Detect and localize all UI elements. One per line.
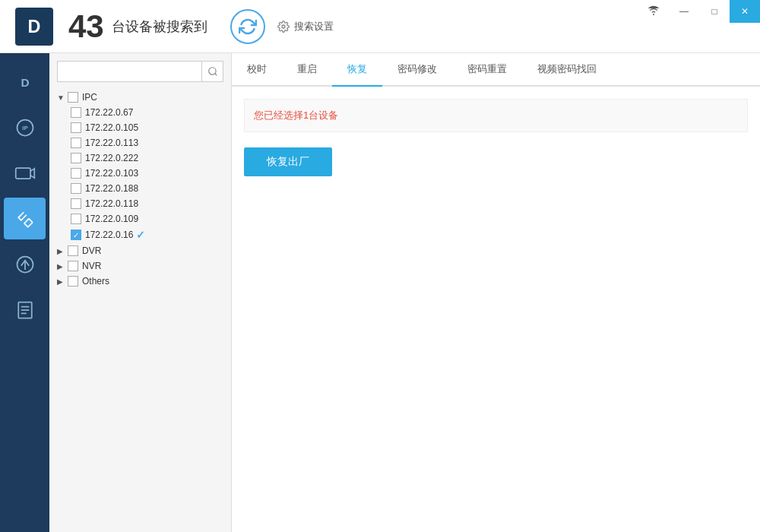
tree-node-ip1[interactable]: 172.22.0.67 xyxy=(57,105,223,120)
svg-line-8 xyxy=(18,214,21,217)
svg-rect-6 xyxy=(15,168,30,179)
close-button[interactable]: ✕ xyxy=(730,0,760,23)
checkbox-ip3[interactable] xyxy=(71,138,81,148)
checkbox-ip8[interactable] xyxy=(71,214,81,224)
tree-label-ip3: 172.22.0.113 xyxy=(85,138,138,148)
device-panel: ▼ IPC 172.22.0.67 172.22.0.105 172.22.0.… xyxy=(49,53,232,532)
tree-label-nvr: NVR xyxy=(82,261,101,271)
search-icon-button[interactable] xyxy=(201,61,223,82)
svg-point-1 xyxy=(282,25,285,28)
title-text: 台设备被搜索到 xyxy=(112,17,207,36)
tree-node-ip8[interactable]: 172.22.0.109 xyxy=(57,211,223,226)
sidebar-item-ip[interactable]: IP xyxy=(4,106,46,148)
tree-label-others: Others xyxy=(82,276,109,287)
tree-label-ip1: 172.22.0.67 xyxy=(85,107,133,118)
tabs-bar: 校时 重启 恢复 密码修改 密码重置 视频密码找回 xyxy=(232,53,760,87)
tree-node-ip9[interactable]: ✓ 172.22.0.16 ✓ xyxy=(57,226,223,243)
tree-label-ipc: IPC xyxy=(82,92,97,103)
sidebar-item-docs[interactable] xyxy=(4,289,46,331)
tree-label-ip7: 172.22.0.118 xyxy=(85,198,138,209)
tree-node-ip2[interactable]: 172.22.0.105 xyxy=(57,120,223,135)
checkbox-nvr[interactable] xyxy=(68,261,78,271)
tree-node-ip6[interactable]: 172.22.0.188 xyxy=(57,181,223,196)
selected-info: 您已经选择1台设备 xyxy=(244,99,748,132)
device-tree: ▼ IPC 172.22.0.67 172.22.0.105 172.22.0.… xyxy=(57,90,223,524)
svg-text:D: D xyxy=(28,16,41,36)
checkbox-ip7[interactable] xyxy=(71,198,81,209)
checkbox-ip4[interactable] xyxy=(71,153,81,163)
svg-rect-7 xyxy=(24,218,32,226)
tab-reboot[interactable]: 重启 xyxy=(282,53,332,85)
tree-label-ip5: 172.22.0.103 xyxy=(85,168,138,179)
tree-node-others[interactable]: ▶ Others xyxy=(57,274,223,289)
check-mark-icon: ✓ xyxy=(136,229,145,241)
tab-video-pw[interactable]: 视频密码找回 xyxy=(522,53,612,85)
arrow-nvr-icon: ▶ xyxy=(57,262,68,271)
tree-node-ip7[interactable]: 172.22.0.118 xyxy=(57,196,223,211)
search-settings-label: 搜索设置 xyxy=(294,20,334,33)
svg-point-2 xyxy=(653,14,654,15)
svg-line-16 xyxy=(214,74,217,76)
tree-label-ip6: 172.22.0.188 xyxy=(85,183,138,194)
search-input[interactable] xyxy=(58,66,201,77)
device-count: 43 xyxy=(68,8,104,45)
checkbox-ip5[interactable] xyxy=(71,168,81,179)
refresh-button[interactable] xyxy=(230,9,265,44)
tab-reset-pw[interactable]: 密码重置 xyxy=(452,53,522,85)
sidebar-item-tools[interactable] xyxy=(4,198,46,239)
search-box xyxy=(57,61,223,82)
checkbox-others[interactable] xyxy=(68,276,78,287)
content-panel: 校时 重启 恢复 密码修改 密码重置 视频密码找回 您已经选择1台设备 恢复出厂 xyxy=(232,53,760,532)
minimize-button[interactable]: — xyxy=(669,0,699,23)
tree-node-ip3[interactable]: 172.22.0.113 xyxy=(57,135,223,150)
tab-restore[interactable]: 恢复 xyxy=(332,53,382,85)
tree-label-ip2: 172.22.0.105 xyxy=(85,122,138,133)
tree-node-dvr[interactable]: ▶ DVR xyxy=(57,243,223,258)
tree-node-nvr[interactable]: ▶ NVR xyxy=(57,258,223,274)
app-logo: D xyxy=(15,8,53,46)
arrow-icon: ▼ xyxy=(57,93,68,102)
tree-label-ip8: 172.22.0.109 xyxy=(85,214,138,224)
svg-text:IP: IP xyxy=(22,125,27,131)
content-area: 您已经选择1台设备 恢复出厂 xyxy=(232,87,760,532)
checkbox-ip9[interactable]: ✓ xyxy=(71,230,81,240)
tree-node-ip4[interactable]: 172.22.0.222 xyxy=(57,150,223,166)
tree-label-ip9: 172.22.0.16 xyxy=(85,230,133,240)
tree-node-ipc[interactable]: ▼ IPC xyxy=(57,90,223,105)
arrow-others-icon: ▶ xyxy=(57,277,68,286)
sidebar-item-camera[interactable] xyxy=(4,152,46,194)
svg-point-15 xyxy=(208,68,215,74)
window-controls: — □ ✕ xyxy=(638,0,760,23)
checkbox-dvr[interactable] xyxy=(68,245,78,256)
tree-node-ip5[interactable]: 172.22.0.103 xyxy=(57,166,223,181)
tree-label-ip4: 172.22.0.222 xyxy=(85,153,138,163)
checkbox-ipc[interactable] xyxy=(68,92,78,103)
checkbox-ip6[interactable] xyxy=(71,183,81,194)
restore-factory-button[interactable]: 恢复出厂 xyxy=(244,147,332,176)
maximize-button[interactable]: □ xyxy=(699,0,730,23)
arrow-dvr-icon: ▶ xyxy=(57,247,68,255)
title-bar: D 43 台设备被搜索到 搜索设置 — □ ✕ xyxy=(0,0,760,53)
wifi-icon xyxy=(638,0,669,23)
tab-password[interactable]: 密码修改 xyxy=(382,53,452,85)
sidebar-item-logo[interactable]: D xyxy=(4,61,46,103)
sidebar: D IP xyxy=(0,53,49,532)
tree-label-dvr: DVR xyxy=(82,245,101,256)
sidebar-item-upload[interactable] xyxy=(4,243,46,285)
checkbox-ip2[interactable] xyxy=(71,122,81,133)
main-layout: D IP xyxy=(0,53,760,532)
tab-time[interactable]: 校时 xyxy=(232,53,282,85)
svg-text:D: D xyxy=(21,76,29,89)
checkbox-ip1[interactable] xyxy=(71,107,81,118)
search-settings-button[interactable]: 搜索设置 xyxy=(277,20,334,33)
